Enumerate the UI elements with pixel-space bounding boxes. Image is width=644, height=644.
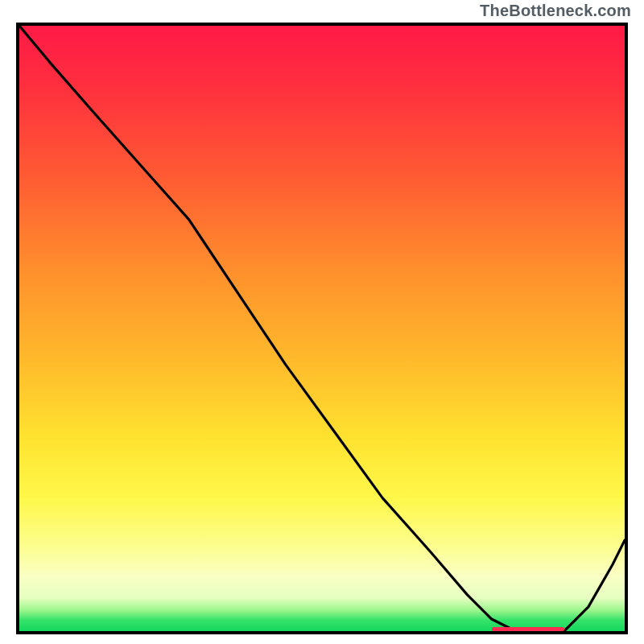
optimum-marker xyxy=(492,627,564,631)
attribution-text: TheBottleneck.com xyxy=(480,2,631,20)
chart-frame xyxy=(16,23,628,634)
bottleneck-curve xyxy=(19,26,625,631)
